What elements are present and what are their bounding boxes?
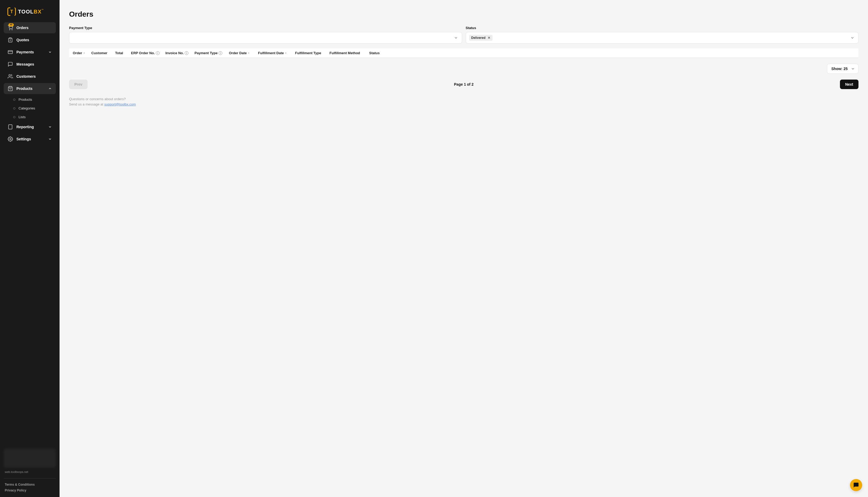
svg-point-9 <box>10 139 11 140</box>
page-info: Page 1 of 2 <box>454 82 474 86</box>
svg-rect-3 <box>8 51 13 54</box>
svg-rect-7 <box>9 125 12 129</box>
privacy-link[interactable]: Privacy Policy <box>4 487 56 493</box>
sort-icon: ▲▼ <box>285 52 287 54</box>
clipboard-icon <box>8 37 13 43</box>
main-content: Orders Payment Type Status Delivered ✕ <box>59 0 868 497</box>
column-label: Fulfillment Type <box>295 51 321 55</box>
sort-icon: ▲▼ <box>83 52 85 54</box>
chevron-up-icon <box>48 86 52 91</box>
page-size-label: Show: 25 <box>831 67 848 71</box>
footnote-question: Questions or concerns about orders? <box>69 97 858 102</box>
filters-row: Payment Type Status Delivered ✕ <box>69 26 858 44</box>
products-submenu: Products Categories Lists <box>4 95 56 121</box>
column-order-date[interactable]: Order Date ▲▼ <box>229 51 256 55</box>
support-footnote: Questions or concerns about orders? Send… <box>69 97 858 107</box>
sidebar-item-messages[interactable]: Messages <box>4 59 56 70</box>
sidebar: T TOOLBX™ 45 Orders Quotes Payments <box>0 0 59 497</box>
column-fulfillment-method: Fulfillment Method <box>329 51 367 55</box>
chevron-down-icon <box>48 137 52 141</box>
column-label: Customer <box>91 51 108 55</box>
column-payment-type: Payment Type i <box>194 51 226 55</box>
gear-icon <box>8 136 13 142</box>
footnote-send: Send us a message at <box>69 102 104 106</box>
page-size-select[interactable]: Show: 25 <box>827 64 858 74</box>
filter-label: Status <box>466 26 859 30</box>
footer-divider <box>4 478 56 479</box>
svg-point-1 <box>12 30 12 30</box>
filter-payment-type: Payment Type <box>69 26 462 44</box>
sort-icon: ▲▼ <box>248 52 250 54</box>
terms-link[interactable]: Terms & Conditions <box>4 482 56 487</box>
chevron-down-icon <box>48 125 52 129</box>
status-chip: Delivered ✕ <box>469 35 493 41</box>
sidebar-item-label: Customers <box>16 74 36 79</box>
info-icon[interactable]: i <box>156 51 160 55</box>
column-label: Fulfillment Method <box>329 51 360 55</box>
payment-type-select[interactable] <box>69 32 462 44</box>
sidebar-item-label: Settings <box>16 137 31 141</box>
sidebar-subitem-products[interactable]: Products <box>10 95 56 104</box>
logo-icon: T <box>8 8 16 16</box>
chevron-down-icon <box>850 36 854 40</box>
column-order[interactable]: Order ▲▼ <box>73 51 89 55</box>
sidebar-item-orders[interactable]: 45 Orders <box>4 22 56 33</box>
bag-icon <box>8 86 13 91</box>
chip-label: Delivered <box>471 36 486 40</box>
footer-url: web.toolbxops.net <box>4 470 56 476</box>
chat-icon <box>8 61 13 67</box>
column-customer: Customer <box>91 51 112 55</box>
table-header: Order ▲▼ Customer Total ERP Order No. i … <box>69 48 858 58</box>
support-email-link[interactable]: support@toolbx.com <box>104 102 136 106</box>
sidebar-item-reporting[interactable]: Reporting <box>4 121 56 132</box>
column-label: Total <box>115 51 123 55</box>
users-icon <box>8 73 13 79</box>
column-fulfillment-type: Fulfillment Type <box>295 51 327 55</box>
card-icon <box>8 49 13 55</box>
sidebar-subitem-lists[interactable]: Lists <box>10 113 56 121</box>
logo[interactable]: T TOOLBX™ <box>0 0 59 22</box>
chip-remove-icon[interactable]: ✕ <box>488 36 491 40</box>
page-size-row: Show: 25 <box>69 58 858 80</box>
sidebar-item-customers[interactable]: Customers <box>4 71 56 82</box>
sidebar-item-label: Reporting <box>16 125 34 129</box>
chat-bubble-icon <box>853 482 859 488</box>
sidebar-subitem-categories[interactable]: Categories <box>10 104 56 113</box>
sidebar-nav: 45 Orders Quotes Payments Me <box>0 22 59 445</box>
sidebar-item-label: Payments <box>16 50 34 54</box>
sidebar-subitem-label: Lists <box>18 115 26 119</box>
pagination: Prev Page 1 of 2 Next <box>69 80 858 89</box>
column-status: Status <box>369 51 385 55</box>
page-title: Orders <box>69 10 858 18</box>
column-label: Invoice No. <box>165 51 184 55</box>
sidebar-item-quotes[interactable]: Quotes <box>4 34 56 45</box>
column-erp-order-no: ERP Order No. i <box>131 51 163 55</box>
svg-point-5 <box>9 74 11 76</box>
column-fulfillment-date[interactable]: Fulfillment Date ▲▼ <box>258 51 292 55</box>
column-total: Total <box>115 51 128 55</box>
chevron-down-icon <box>48 50 52 54</box>
info-icon[interactable]: i <box>185 51 189 55</box>
next-button[interactable]: Next <box>840 80 858 89</box>
chevron-down-icon <box>454 36 458 40</box>
sidebar-subitem-label: Products <box>18 98 32 101</box>
column-label: Status <box>369 51 380 55</box>
sidebar-item-label: Products <box>16 86 32 91</box>
logo-text: TOOLBX™ <box>18 9 44 15</box>
filter-status: Status Delivered ✕ <box>466 26 859 44</box>
column-label: Order <box>73 51 82 55</box>
filter-label: Payment Type <box>69 26 462 30</box>
prev-button[interactable]: Prev <box>69 80 87 89</box>
status-select[interactable]: Delivered ✕ <box>466 32 859 44</box>
info-icon[interactable]: i <box>219 51 222 55</box>
column-label: Fulfillment Date <box>258 51 284 55</box>
sidebar-item-payments[interactable]: Payments <box>4 46 56 58</box>
sidebar-item-label: Quotes <box>16 38 29 42</box>
help-chat-button[interactable] <box>850 479 862 491</box>
tablet-icon <box>8 124 13 130</box>
sidebar-item-settings[interactable]: Settings <box>4 133 56 145</box>
orders-table: Order ▲▼ Customer Total ERP Order No. i … <box>69 48 858 58</box>
orders-badge: 45 <box>9 23 14 26</box>
sidebar-item-products[interactable]: Products <box>4 83 56 94</box>
user-block[interactable] <box>4 449 56 468</box>
